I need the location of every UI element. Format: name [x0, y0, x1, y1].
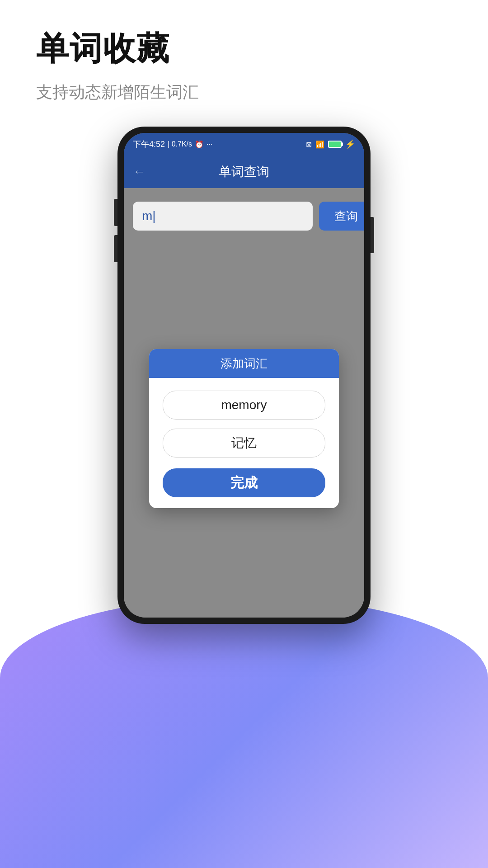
dialog-box: 添加词汇 memory 记忆: [149, 349, 339, 508]
phone-frame: 下午4:52 | 0.7K/s ⏰ ··· ⊠ 📶 ⚡ ← 单词查询: [117, 127, 371, 624]
dialog-title: 添加词汇: [221, 356, 267, 372]
status-speed: | 0.7K/s: [168, 140, 192, 148]
vol-down-button: [114, 235, 117, 262]
alarm-icon: ⏰: [195, 140, 204, 149]
status-bar: 下午4:52 | 0.7K/s ⏰ ··· ⊠ 📶 ⚡: [124, 133, 364, 156]
search-button[interactable]: 查询: [319, 202, 364, 231]
app-header: ← 单词查询: [124, 156, 364, 188]
word-field[interactable]: memory: [163, 391, 325, 420]
dialog-overlay: 添加词汇 memory 记忆: [124, 240, 364, 618]
dialog-header: 添加词汇: [149, 349, 339, 378]
word-text: memory: [221, 398, 267, 412]
search-area: 查询: [124, 188, 364, 240]
phone-screen: 下午4:52 | 0.7K/s ⏰ ··· ⊠ 📶 ⚡ ← 单词查询: [124, 133, 364, 618]
page-subtitle: 支持动态新增陌生词汇: [36, 81, 199, 104]
vol-up-button: [114, 199, 117, 226]
dialog-body: memory 记忆 完成: [149, 378, 339, 508]
app-header-title: 单词查询: [219, 163, 269, 180]
translation-field[interactable]: 记忆: [163, 429, 325, 458]
battery-icon: [328, 141, 342, 148]
wifi-icon: 📶: [315, 140, 324, 149]
page-header: 单词收藏 支持动态新增陌生词汇: [36, 27, 199, 104]
status-left: 下午4:52 | 0.7K/s ⏰ ···: [133, 139, 212, 150]
page-title: 单词收藏: [36, 27, 199, 71]
content-area: 添加词汇 memory 记忆: [124, 240, 364, 618]
charge-icon: ⚡: [345, 139, 355, 149]
background-blob: [0, 597, 488, 868]
confirm-button[interactable]: 完成: [163, 468, 325, 497]
back-button[interactable]: ←: [133, 165, 145, 179]
translation-text: 记忆: [231, 434, 257, 452]
sim-icon: ⊠: [306, 140, 312, 149]
status-time: 下午4:52: [133, 139, 165, 150]
phone-mockup: 下午4:52 | 0.7K/s ⏰ ··· ⊠ 📶 ⚡ ← 单词查询: [117, 127, 371, 624]
power-button: [371, 217, 374, 253]
status-icons-right: ⊠ 📶 ⚡: [306, 139, 355, 149]
confirm-label: 完成: [230, 474, 258, 492]
more-icon: ···: [206, 140, 212, 148]
search-input[interactable]: [133, 202, 313, 231]
